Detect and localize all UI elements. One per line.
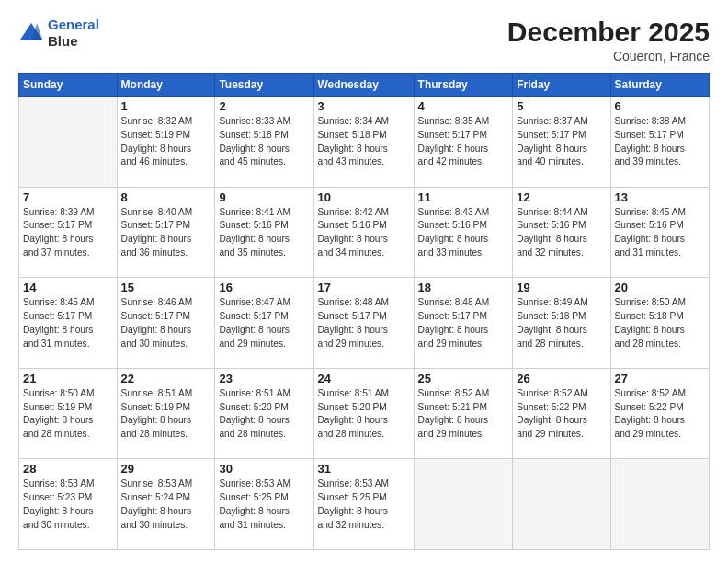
day-number: 18 — [418, 281, 509, 294]
day-of-week-header: Monday — [117, 74, 215, 97]
logo-text: General Blue — [48, 17, 99, 50]
day-number: 16 — [219, 281, 309, 294]
day-detail: Sunrise: 8:42 AMSunset: 5:16 PMDaylight:… — [318, 206, 410, 260]
calendar-cell: 3Sunrise: 8:34 AMSunset: 5:18 PMDaylight… — [313, 97, 414, 188]
day-number: 7 — [23, 190, 113, 204]
day-detail: Sunrise: 8:37 AMSunset: 5:17 PMDaylight:… — [517, 115, 606, 169]
day-detail: Sunrise: 8:52 AMSunset: 5:21 PMDaylight:… — [418, 387, 509, 442]
day-detail: Sunrise: 8:50 AMSunset: 5:19 PMDaylight:… — [23, 387, 113, 442]
day-detail: Sunrise: 8:32 AMSunset: 5:19 PMDaylight:… — [121, 115, 211, 169]
day-detail: Sunrise: 8:39 AMSunset: 5:17 PMDaylight:… — [23, 206, 113, 260]
day-number: 14 — [23, 281, 113, 294]
calendar-cell: 31Sunrise: 8:53 AMSunset: 5:25 PMDayligh… — [313, 459, 414, 550]
calendar-cell: 12Sunrise: 8:44 AMSunset: 5:16 PMDayligh… — [513, 187, 610, 278]
day-number: 21 — [23, 372, 113, 385]
day-number: 29 — [121, 462, 211, 476]
day-number: 23 — [219, 372, 309, 385]
day-detail: Sunrise: 8:50 AMSunset: 5:18 PMDaylight:… — [615, 296, 706, 350]
day-detail: Sunrise: 8:40 AMSunset: 5:17 PMDaylight:… — [121, 206, 211, 260]
day-number: 12 — [517, 190, 606, 204]
calendar-cell: 16Sunrise: 8:47 AMSunset: 5:17 PMDayligh… — [215, 278, 313, 369]
calendar-cell — [610, 459, 710, 550]
calendar-cell — [19, 97, 118, 188]
day-detail: Sunrise: 8:48 AMSunset: 5:17 PMDaylight:… — [318, 296, 410, 350]
calendar-cell: 29Sunrise: 8:53 AMSunset: 5:24 PMDayligh… — [117, 459, 215, 550]
day-detail: Sunrise: 8:35 AMSunset: 5:17 PMDaylight:… — [418, 115, 509, 169]
day-detail: Sunrise: 8:51 AMSunset: 5:20 PMDaylight:… — [219, 387, 309, 442]
day-detail: Sunrise: 8:52 AMSunset: 5:22 PMDaylight:… — [615, 387, 706, 442]
day-number: 1 — [121, 99, 211, 113]
calendar-cell: 26Sunrise: 8:52 AMSunset: 5:22 PMDayligh… — [513, 368, 610, 459]
day-detail: Sunrise: 8:53 AMSunset: 5:25 PMDaylight:… — [318, 477, 410, 532]
calendar-table: SundayMondayTuesdayWednesdayThursdayFrid… — [18, 73, 710, 550]
day-detail: Sunrise: 8:41 AMSunset: 5:16 PMDaylight:… — [219, 206, 309, 260]
day-number: 9 — [219, 190, 309, 204]
day-of-week-header: Saturday — [610, 74, 710, 97]
day-detail: Sunrise: 8:47 AMSunset: 5:17 PMDaylight:… — [219, 296, 309, 350]
day-detail: Sunrise: 8:34 AMSunset: 5:18 PMDaylight:… — [318, 115, 410, 169]
day-of-week-header: Wednesday — [313, 74, 414, 97]
day-detail: Sunrise: 8:53 AMSunset: 5:23 PMDaylight:… — [23, 477, 113, 532]
day-detail: Sunrise: 8:53 AMSunset: 5:25 PMDaylight:… — [219, 477, 309, 532]
title-block: December 2025 Coueron, France — [507, 17, 710, 63]
day-detail: Sunrise: 8:46 AMSunset: 5:17 PMDaylight:… — [121, 296, 211, 350]
day-detail: Sunrise: 8:51 AMSunset: 5:19 PMDaylight:… — [121, 387, 211, 442]
day-number: 13 — [615, 190, 706, 204]
logo: General Blue — [18, 17, 99, 50]
day-number: 31 — [318, 462, 410, 476]
day-detail: Sunrise: 8:38 AMSunset: 5:17 PMDaylight:… — [615, 115, 706, 169]
day-number: 25 — [418, 372, 509, 385]
day-number: 5 — [517, 99, 606, 113]
calendar-cell: 8Sunrise: 8:40 AMSunset: 5:17 PMDaylight… — [117, 187, 215, 278]
calendar-cell: 28Sunrise: 8:53 AMSunset: 5:23 PMDayligh… — [19, 459, 118, 550]
day-detail: Sunrise: 8:45 AMSunset: 5:16 PMDaylight:… — [615, 206, 706, 260]
day-detail: Sunrise: 8:45 AMSunset: 5:17 PMDaylight:… — [23, 296, 113, 350]
calendar-cell: 11Sunrise: 8:43 AMSunset: 5:16 PMDayligh… — [414, 187, 513, 278]
day-number: 26 — [517, 372, 606, 385]
day-number: 22 — [121, 372, 211, 385]
day-detail: Sunrise: 8:53 AMSunset: 5:24 PMDaylight:… — [121, 477, 211, 532]
logo-icon — [18, 20, 44, 46]
day-number: 2 — [219, 99, 309, 113]
calendar-cell: 10Sunrise: 8:42 AMSunset: 5:16 PMDayligh… — [313, 187, 414, 278]
calendar-cell — [414, 459, 513, 550]
calendar-cell: 24Sunrise: 8:51 AMSunset: 5:20 PMDayligh… — [313, 368, 414, 459]
day-of-week-header: Tuesday — [215, 74, 313, 97]
calendar-cell: 1Sunrise: 8:32 AMSunset: 5:19 PMDaylight… — [117, 97, 215, 188]
calendar-cell: 9Sunrise: 8:41 AMSunset: 5:16 PMDaylight… — [215, 187, 313, 278]
day-number: 10 — [318, 190, 410, 204]
calendar-cell: 22Sunrise: 8:51 AMSunset: 5:19 PMDayligh… — [117, 368, 215, 459]
calendar-cell: 4Sunrise: 8:35 AMSunset: 5:17 PMDaylight… — [414, 97, 513, 188]
header: General Blue December 2025 Coueron, Fran… — [18, 17, 710, 63]
calendar-cell: 18Sunrise: 8:48 AMSunset: 5:17 PMDayligh… — [414, 278, 513, 369]
calendar-cell: 25Sunrise: 8:52 AMSunset: 5:21 PMDayligh… — [414, 368, 513, 459]
day-number: 19 — [517, 281, 606, 294]
day-number: 11 — [418, 190, 509, 204]
day-detail: Sunrise: 8:44 AMSunset: 5:16 PMDaylight:… — [517, 206, 606, 260]
day-of-week-header: Sunday — [19, 74, 118, 97]
day-number: 30 — [219, 462, 309, 476]
calendar-cell: 14Sunrise: 8:45 AMSunset: 5:17 PMDayligh… — [19, 278, 118, 369]
day-number: 8 — [121, 190, 211, 204]
calendar-cell: 15Sunrise: 8:46 AMSunset: 5:17 PMDayligh… — [117, 278, 215, 369]
calendar-cell: 2Sunrise: 8:33 AMSunset: 5:18 PMDaylight… — [215, 97, 313, 188]
day-number: 28 — [23, 462, 113, 476]
calendar-cell: 13Sunrise: 8:45 AMSunset: 5:16 PMDayligh… — [610, 187, 710, 278]
day-number: 4 — [418, 99, 509, 113]
calendar-cell: 6Sunrise: 8:38 AMSunset: 5:17 PMDaylight… — [610, 97, 710, 188]
calendar-cell: 5Sunrise: 8:37 AMSunset: 5:17 PMDaylight… — [513, 97, 610, 188]
subtitle: Coueron, France — [507, 49, 710, 63]
day-detail: Sunrise: 8:51 AMSunset: 5:20 PMDaylight:… — [318, 387, 410, 442]
day-detail: Sunrise: 8:43 AMSunset: 5:16 PMDaylight:… — [418, 206, 509, 260]
page: General Blue December 2025 Coueron, Fran… — [0, 0, 728, 563]
day-detail: Sunrise: 8:33 AMSunset: 5:18 PMDaylight:… — [219, 115, 309, 169]
calendar-cell: 27Sunrise: 8:52 AMSunset: 5:22 PMDayligh… — [610, 368, 710, 459]
day-number: 24 — [318, 372, 410, 385]
calendar-cell: 23Sunrise: 8:51 AMSunset: 5:20 PMDayligh… — [215, 368, 313, 459]
day-detail: Sunrise: 8:52 AMSunset: 5:22 PMDaylight:… — [517, 387, 606, 442]
day-detail: Sunrise: 8:48 AMSunset: 5:17 PMDaylight:… — [418, 296, 509, 350]
calendar-cell: 19Sunrise: 8:49 AMSunset: 5:18 PMDayligh… — [513, 278, 610, 369]
calendar-cell — [513, 459, 610, 550]
day-of-week-header: Thursday — [414, 74, 513, 97]
day-detail: Sunrise: 8:49 AMSunset: 5:18 PMDaylight:… — [517, 296, 606, 350]
